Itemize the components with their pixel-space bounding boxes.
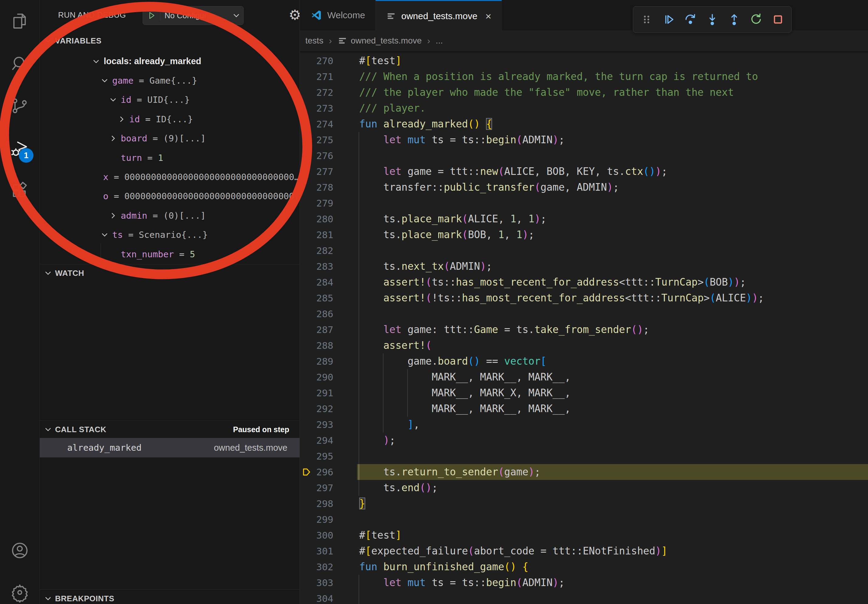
step-over-button[interactable] [682,11,699,28]
chevron-down-icon[interactable] [109,96,117,104]
variable-row-x[interactable]: x = 00000000000000000000000000000000… [40,167,299,186]
chevron-down-icon[interactable] [101,77,108,85]
code-editor[interactable]: 270#[test]271/// When a position is alre… [300,51,868,604]
line-content[interactable]: #[test] [359,527,401,543]
code-line-272[interactable]: 272/// the player who made the "false" m… [300,85,868,101]
close-icon[interactable]: × [485,10,491,22]
watch-section-header[interactable]: WATCH [40,265,299,282]
code-line-302[interactable]: 302fun burn_unfinished_game() { [300,559,868,575]
code-line-286[interactable]: 286 [300,306,868,322]
line-number[interactable]: 300 [300,527,333,543]
variable-row-o[interactable]: o = 00000000000000000000000000000000. [40,187,299,206]
line-number[interactable]: 286 [300,306,333,322]
line-content[interactable]: transfer::public_transfer(game, ADMIN); [359,180,619,195]
line-content[interactable]: ts.place_mark(ALICE, 1, 1); [359,211,547,227]
line-content[interactable]: ts.next_tx(ADMIN); [359,259,492,274]
line-number[interactable]: 293 [300,417,333,432]
code-line-281[interactable]: 281 ts.place_mark(BOB, 1, 1); [300,227,868,243]
breadcrumb-item--[interactable]: ... [436,36,443,46]
line-number[interactable]: 272 [300,85,333,101]
code-line-270[interactable]: 270#[test] [300,53,868,69]
code-line-280[interactable]: 280 ts.place_mark(ALICE, 1, 1); [300,211,868,227]
line-number[interactable]: 295 [300,448,333,464]
line-number[interactable]: 302 [300,559,333,575]
activity-extensions[interactable] [0,174,40,208]
line-content[interactable]: #[test] [359,53,401,69]
line-number[interactable]: 282 [300,243,333,259]
chevron-right-icon[interactable] [109,135,117,142]
code-line-290[interactable]: 290 MARK__, MARK__, MARK__, [300,369,868,385]
code-line-283[interactable]: 283 ts.next_tx(ADMIN); [300,259,868,274]
tab-welcome[interactable]: Welcome [300,0,376,30]
line-number[interactable]: 284 [300,274,333,290]
line-content[interactable]: #[expected_failure(abort_code = ttt::ENo… [359,543,667,559]
variable-row-turn[interactable]: turn = 1 [40,148,299,167]
breadcrumb-item-owned-tests-move[interactable]: owned_tests.move [337,36,422,46]
code-line-285[interactable]: 285 assert!(!ts::has_most_recent_for_add… [300,290,868,306]
variable-row-admin[interactable]: admin = (0)[...] [40,206,299,225]
code-line-279[interactable]: 279 [300,195,868,211]
activity-run-and-debug[interactable] [0,132,40,166]
line-number[interactable]: 277 [300,164,333,180]
code-line-300[interactable]: 300#[test] [300,527,868,543]
line-content[interactable]: let mut ts = ts::begin(ADMIN); [359,575,565,591]
chevron-right-icon[interactable] [118,115,126,123]
line-number[interactable]: 301 [300,543,333,559]
line-number[interactable]: 275 [300,132,333,148]
line-content[interactable]: let game: ttt::Game = ts.take_from_sende… [359,322,649,338]
code-line-277[interactable]: 277 let game = ttt::new(ALICE, BOB, KEY,… [300,164,868,180]
code-line-282[interactable]: 282 [300,243,868,259]
code-line-303[interactable]: 303 let mut ts = ts::begin(ADMIN); [300,575,868,591]
code-line-274[interactable]: 274fun already_marked() { [300,116,868,132]
line-number[interactable]: 297 [300,480,333,496]
code-line-297[interactable]: 297 ts.end(); [300,480,868,496]
line-number[interactable]: 290 [300,369,333,385]
line-number[interactable]: 280 [300,211,333,227]
code-line-296[interactable]: 296 ts.return_to_sender(game); [300,464,868,480]
line-content[interactable]: let game = ttt::new(ALICE, BOB, KEY, ts.… [359,164,667,180]
line-content[interactable]: assert!( [359,338,432,353]
continue-button[interactable] [660,11,677,28]
line-content[interactable]: MARK__, MARK__, MARK__, [359,369,570,385]
line-number[interactable]: 299 [300,511,333,527]
line-content[interactable]: ts.end(); [359,480,438,496]
tab-owned-tests-move[interactable]: owned_tests.move× [376,0,502,31]
line-number[interactable]: 289 [300,353,333,369]
breakpoints-section-header[interactable]: BREAKPOINTS [40,590,299,604]
line-number[interactable]: 283 [300,259,333,274]
variable-row-game[interactable]: game = Game{...} [40,71,299,90]
line-number[interactable]: 303 [300,575,333,591]
activity-account[interactable] [0,534,40,567]
step-into-button[interactable] [704,11,721,28]
line-number[interactable]: 276 [300,148,333,164]
line-content[interactable]: MARK__, MARK__, MARK__, [359,401,570,417]
line-content[interactable]: let mut ts = ts::begin(ADMIN); [359,132,565,148]
line-number[interactable]: 274 [300,116,333,132]
code-line-301[interactable]: 301#[expected_failure(abort_code = ttt::… [300,543,868,559]
variable-row-board[interactable]: board = (9)[...] [40,129,299,148]
line-content[interactable]: fun already_marked() { [359,116,492,132]
chevron-right-icon[interactable] [109,212,117,220]
chevron-down-icon[interactable] [101,231,108,239]
line-content[interactable]: assert!(ts::has_most_recent_for_address<… [359,274,746,290]
variable-row-ts[interactable]: ts = Scenario{...} [40,225,299,245]
debug-settings-gear-icon[interactable]: ⚙ [288,7,300,23]
line-number[interactable]: 270 [300,53,333,69]
activity-source-control[interactable] [0,89,40,122]
line-number[interactable]: 294 [300,432,333,448]
line-content[interactable]: MARK__, MARK_X, MARK__, [359,385,570,401]
line-number[interactable]: 288 [300,338,333,353]
code-line-289[interactable]: 289 game.board() == vector[ [300,353,868,369]
code-line-275[interactable]: 275 let mut ts = ts::begin(ADMIN); [300,132,868,148]
line-content[interactable]: /// the player who made the "false" move… [359,85,734,101]
code-line-292[interactable]: 292 MARK__, MARK__, MARK__, [300,401,868,417]
restart-button[interactable] [747,11,764,28]
line-content[interactable]: game.board() == vector[ [359,353,547,369]
code-line-288[interactable]: 288 assert!( [300,338,868,353]
line-number[interactable]: 292 [300,401,333,417]
activity-settings-gear[interactable] [0,576,40,604]
variable-row-id[interactable]: id = ID{...} [40,110,299,129]
breadcrumb-item-tests[interactable]: tests [305,36,323,46]
stop-button[interactable] [769,11,786,28]
variable-row-txn_number[interactable]: txn_number = 5 [40,245,299,264]
